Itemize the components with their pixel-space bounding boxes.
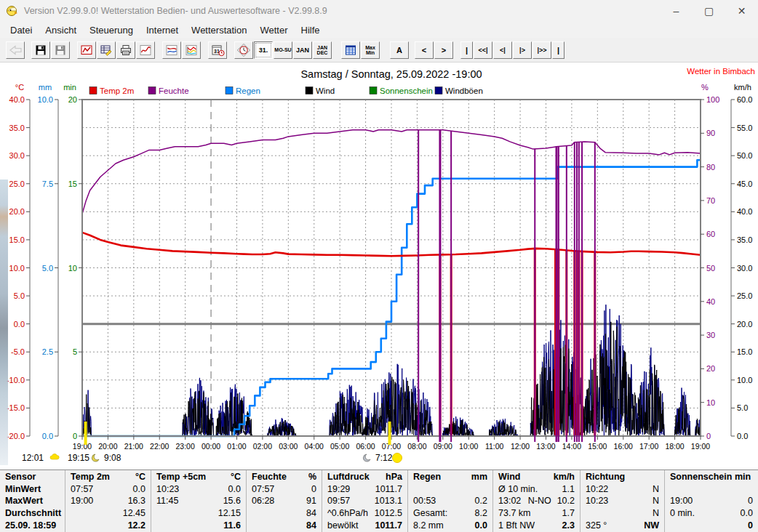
svg-text:17:00: 17:00 — [639, 442, 658, 451]
toolbar-fast-back-label: <<| — [478, 47, 487, 54]
toolbar-prev-period-label: < — [422, 46, 426, 55]
svg-text:08:00: 08:00 — [407, 442, 426, 451]
toolbar-prev-period[interactable]: < — [415, 41, 434, 59]
stats-header-temp-5cm: Temp +5cm°C — [151, 471, 246, 483]
svg-text:2.5: 2.5 — [42, 347, 53, 356]
app-icon — [6, 4, 19, 17]
stats-header-richtung: Richtung — [581, 471, 664, 483]
svg-text:25.0: 25.0 — [9, 180, 25, 188]
toolbar-save-as[interactable] — [51, 41, 70, 59]
stats-luftdruck-row-1: 09:571013.1 — [322, 495, 407, 507]
svg-text:18:00: 18:00 — [665, 442, 684, 451]
sunrise-time: 7:12 — [375, 453, 393, 463]
maximize-button[interactable]: ▢ — [693, 0, 725, 22]
stats-richtung-row-1: 10:23N — [581, 495, 664, 507]
menu-steuerung[interactable]: Steuerung — [83, 23, 140, 37]
stats-luftdruck-row-0: 19:291011.7 — [322, 483, 407, 496]
toolbar-calendar-day[interactable]: 31 — [208, 41, 227, 59]
toolbar-fast-back[interactable]: <<| — [474, 41, 492, 59]
svg-text:Regen: Regen — [236, 86, 260, 95]
svg-text:20:00: 20:00 — [98, 442, 117, 451]
toolbar-cursor-end[interactable]: | — [552, 41, 564, 59]
toolbar-view-day[interactable]: 31. — [254, 41, 273, 59]
menu-wetter[interactable]: Wetter — [253, 23, 294, 37]
toolbar-step-back[interactable]: <| — [493, 41, 512, 59]
svg-text:%: % — [701, 83, 709, 92]
svg-text:19:00: 19:00 — [691, 442, 710, 451]
toolbar-edit-data[interactable] — [97, 41, 116, 59]
svg-text:10: 10 — [706, 398, 715, 407]
menu-hilfe[interactable]: Hilfe — [295, 23, 327, 37]
svg-text:70: 70 — [706, 196, 715, 205]
toolbar-next-period[interactable]: > — [434, 41, 453, 59]
svg-text:15:00: 15:00 — [588, 442, 607, 451]
svg-text:20.0: 20.0 — [737, 320, 752, 329]
stats-feuchte-row-3: 84 — [247, 520, 322, 532]
stats-col-luftdruck: LuftdruckhPa19:291011.709:571013.1^0.6hP… — [322, 470, 407, 532]
toolbar-chart-multi[interactable] — [162, 41, 181, 59]
menu-datei[interactable]: Datei — [4, 23, 39, 37]
toolbar-font-select[interactable]: A — [390, 41, 409, 59]
menu-internet[interactable]: Internet — [140, 23, 185, 37]
toolbar-view-week[interactable]: MO-SU — [274, 41, 292, 59]
stats-wind-row-2: 73.7 km1.7 — [493, 507, 580, 520]
svg-text:01:00: 01:00 — [227, 442, 246, 451]
stats-feuchte-row-0: 07:570 — [247, 483, 322, 496]
stats-temp-5cm-row-3: 11.6 — [151, 520, 246, 532]
toolbar-chart-colors[interactable] — [182, 41, 201, 59]
toolbar-fast-fwd-label: |>> — [537, 47, 546, 54]
toolbar-nav-back[interactable] — [6, 41, 25, 59]
svg-text:03:00: 03:00 — [279, 442, 298, 451]
svg-text:50: 50 — [706, 264, 715, 273]
svg-text:00:00: 00:00 — [202, 442, 220, 451]
toolbar-time-select[interactable] — [234, 41, 253, 59]
stats-col-feuchte: Feuchte%07:57006:28918484 — [246, 470, 322, 532]
svg-text:°C: °C — [15, 83, 24, 92]
stats-luftdruck-row-2: ^0.6hPa/h1012.5 — [322, 507, 407, 520]
menu-wetterstation[interactable]: Wetterstation — [185, 23, 253, 37]
toolbar-chart-day[interactable] — [77, 41, 96, 59]
svg-text:5: 5 — [73, 347, 77, 356]
toolbar-save[interactable] — [31, 41, 50, 59]
stats-row-label-4: 25.09. 18:59 — [0, 520, 65, 532]
sun-icon — [393, 454, 402, 463]
toolbar-step-back-label: <| — [500, 47, 506, 54]
svg-text:15.0: 15.0 — [9, 235, 25, 244]
toolbar-max-min[interactable]: Max Min — [361, 41, 380, 59]
svg-text:60: 60 — [706, 230, 715, 238]
svg-text:40.0: 40.0 — [737, 207, 752, 216]
toolbar-cursor-home[interactable]: | — [460, 41, 473, 59]
toolbar-step-fwd[interactable]: |> — [513, 41, 532, 59]
toolbar-chart-temp[interactable] — [136, 41, 155, 59]
stats-temp-2m-row-3: 12.2 — [65, 520, 151, 532]
svg-text:60.0: 60.0 — [737, 95, 752, 104]
toolbar-data-table[interactable] — [341, 41, 360, 59]
stats-feuchte-row-2: 84 — [247, 507, 322, 520]
toolbar-view-month[interactable]: JAN — [293, 41, 312, 59]
printer-icon — [119, 44, 132, 57]
svg-text:Windböen: Windböen — [445, 86, 483, 95]
toolbar-view-year[interactable]: JAN DEC — [313, 41, 332, 59]
compass-clock-icon — [236, 43, 251, 57]
svg-text:0: 0 — [706, 432, 711, 440]
floppy-icon — [54, 44, 67, 57]
stats-row-label-1: MinWert — [0, 483, 65, 496]
svg-text:06:00: 06:00 — [356, 442, 375, 451]
svg-text:07:00: 07:00 — [382, 442, 401, 451]
toolbar-fast-fwd[interactable]: |>> — [532, 41, 551, 59]
stats-richtung-row-0: 10:22N — [581, 483, 664, 496]
svg-text:09:00: 09:00 — [434, 442, 452, 451]
minimize-button[interactable]: – — [660, 0, 693, 22]
stats-sonnenschein-min-row-2: 0 min.0.0 — [665, 507, 758, 520]
toolbar: 3131.MO-SUJANJAN DECMax MinA<>|<<|<||>|>… — [0, 38, 758, 63]
menu-ansicht[interactable]: Ansicht — [39, 23, 83, 37]
svg-text:5.0: 5.0 — [14, 291, 25, 300]
toolbar-print[interactable] — [116, 41, 135, 59]
stats-header-feuchte: Feuchte% — [247, 471, 322, 483]
svg-text:20: 20 — [706, 364, 715, 373]
svg-text:Sonnenschein: Sonnenschein — [380, 86, 433, 95]
close-button[interactable]: ✕ — [725, 0, 758, 22]
stats-temp-2m-row-1: 19:0016.3 — [65, 495, 151, 507]
svg-text:0: 0 — [73, 432, 77, 440]
stats-sonnenschein-min-row-1: 19:000 — [665, 495, 758, 507]
